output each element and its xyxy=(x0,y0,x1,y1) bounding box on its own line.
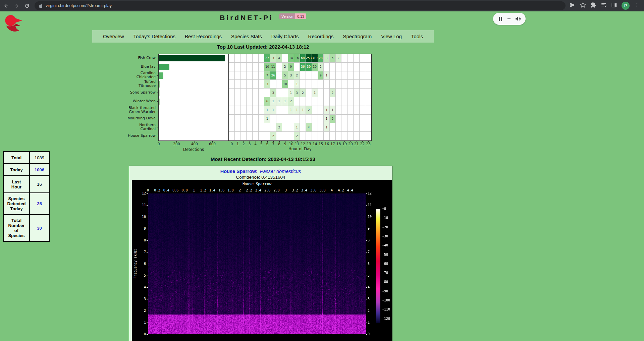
nav-item-today-s-detections[interactable]: Today's Detections xyxy=(133,34,175,39)
heatmap-cell xyxy=(276,106,282,115)
heatmap-cell xyxy=(247,71,253,80)
heatmap-cell: 3 xyxy=(288,71,294,80)
spectrogram-tickmark xyxy=(147,240,148,241)
spectrogram-db-tick: -90 xyxy=(382,289,388,293)
heatmap-cell: 2 xyxy=(276,123,282,132)
heatmap-cell xyxy=(247,54,253,63)
species-tick xyxy=(157,110,158,110)
nav-item-daily-charts[interactable]: Daily Charts xyxy=(271,34,299,39)
spectrogram-time-tick: 1.2 xyxy=(200,188,206,192)
heatmap-cell xyxy=(240,71,247,80)
hour-tick: 21 xyxy=(354,142,359,146)
heatmap-cell xyxy=(247,106,253,115)
menu-dots-icon[interactable] xyxy=(634,2,640,9)
nav-item-best-recordings[interactable]: Best Recordings xyxy=(185,34,222,39)
heatmap-cell xyxy=(365,115,371,123)
heatmap-cell xyxy=(306,71,312,80)
nav-item-species-stats[interactable]: Species Stats xyxy=(231,34,262,39)
address-bar[interactable]: virginia.birdnetpi.com/?stream=play xyxy=(35,1,566,10)
heatmap-cell xyxy=(318,89,324,97)
page-title: BirdNET-Pi xyxy=(220,14,273,21)
nav-item-overview[interactable]: Overview xyxy=(103,34,124,39)
hour-tick: 12 xyxy=(301,142,305,146)
heatmap-cell xyxy=(360,115,366,123)
heatmap-cell: 2 xyxy=(336,54,342,63)
heatmap-cell xyxy=(253,97,259,106)
heatmap-cell: 6 xyxy=(264,97,270,106)
heatmap-cell xyxy=(330,71,336,80)
heatmap-cell xyxy=(312,106,318,115)
hour-tickmark xyxy=(256,140,256,142)
hour-tickmark xyxy=(232,140,232,142)
heatmap-cell xyxy=(300,80,306,89)
spectrogram-tickmark xyxy=(366,264,367,264)
hour-tickmark xyxy=(261,140,262,142)
detection-scientific-name[interactable]: Passer domesticus xyxy=(260,169,301,174)
spectrogram-time-tick: 0.2 xyxy=(154,188,160,192)
heatmap-cell xyxy=(354,63,360,71)
spectrogram-tickmark xyxy=(147,205,148,206)
detection-common-name[interactable]: House Sparrow: xyxy=(220,169,258,174)
forward-icon[interactable] xyxy=(12,1,21,10)
bookmark-star-icon[interactable] xyxy=(580,2,586,9)
spectrogram-tickmark xyxy=(147,276,148,276)
stat-value[interactable]: 25 xyxy=(30,193,49,215)
heatmap-cell xyxy=(240,123,247,132)
spectrogram-tickmark xyxy=(366,334,367,335)
heatmap-cell xyxy=(318,132,324,140)
side-panel-icon[interactable] xyxy=(611,2,617,9)
heatmap-cell xyxy=(336,97,342,106)
profile-avatar[interactable]: P xyxy=(622,2,630,10)
heatmap-cell: 3 xyxy=(270,89,276,97)
heatmap-cell xyxy=(341,97,347,106)
url-text[interactable]: virginia.birdnetpi.com/?stream=play xyxy=(46,3,112,8)
nav-item-view-log[interactable]: View Log xyxy=(381,34,401,39)
nav-item-spectrogram[interactable]: Spectrogram xyxy=(343,34,372,39)
heatmap-cell xyxy=(341,115,347,123)
nav-item-recordings[interactable]: Recordings xyxy=(308,34,334,39)
heatmap-cell xyxy=(288,123,294,132)
heatmap-cell: 1 xyxy=(330,106,336,115)
bar xyxy=(159,124,159,131)
spectrogram-time-tick: 3 xyxy=(285,188,287,192)
spectrogram-time-tick: 3.8 xyxy=(320,188,326,192)
reload-icon[interactable] xyxy=(22,1,31,10)
spectrogram-db-tick: -40 xyxy=(382,243,388,247)
top10-title: Top 10 Last Updated: 2022-04-13 18:12 xyxy=(0,44,526,50)
version-label: Version xyxy=(279,13,295,19)
heatmap-cell: 1 xyxy=(288,106,294,115)
hour-tickmark xyxy=(368,140,369,142)
stats-row: Last Hour16 xyxy=(3,176,49,193)
bar xyxy=(159,99,160,105)
extensions-icon[interactable] xyxy=(590,2,596,9)
spectrogram-freq-tick-left: 7 xyxy=(138,250,146,254)
heatmap-cell xyxy=(259,123,265,132)
hour-tick: 3 xyxy=(249,142,251,146)
heatmap-cell xyxy=(259,80,265,89)
heatmap-cell: 14 xyxy=(288,54,294,63)
heatmap-cell xyxy=(318,80,324,89)
version-value: 0.13 xyxy=(295,13,306,19)
hour-tickmark xyxy=(238,140,238,142)
heatmap-cell xyxy=(330,132,336,140)
stat-value[interactable]: 30 xyxy=(30,215,49,241)
heatmap-cell xyxy=(282,132,288,140)
heatmap-cell xyxy=(253,106,259,115)
spectrogram-freq-tick-left: 5 xyxy=(138,274,146,277)
heatmap-cell xyxy=(354,97,360,106)
heatmap-cell xyxy=(324,132,330,140)
nav-item-tools[interactable]: Tools xyxy=(411,34,423,39)
heatmap-cell: 1 xyxy=(312,89,318,97)
heatmap-cell xyxy=(365,54,371,63)
heatmap-cell xyxy=(253,123,259,132)
heatmap-cell xyxy=(318,123,324,132)
heatmap-cell xyxy=(347,132,354,140)
stat-value[interactable]: 1006 xyxy=(30,164,49,176)
heatmap-cell xyxy=(253,71,259,80)
heatmap-cell: 9 xyxy=(288,63,294,71)
send-icon[interactable] xyxy=(570,2,576,9)
heatmap-cell xyxy=(347,115,354,123)
back-icon[interactable] xyxy=(2,1,10,10)
species-label: Mourning Dove xyxy=(126,114,156,123)
reading-list-icon[interactable] xyxy=(601,2,607,9)
